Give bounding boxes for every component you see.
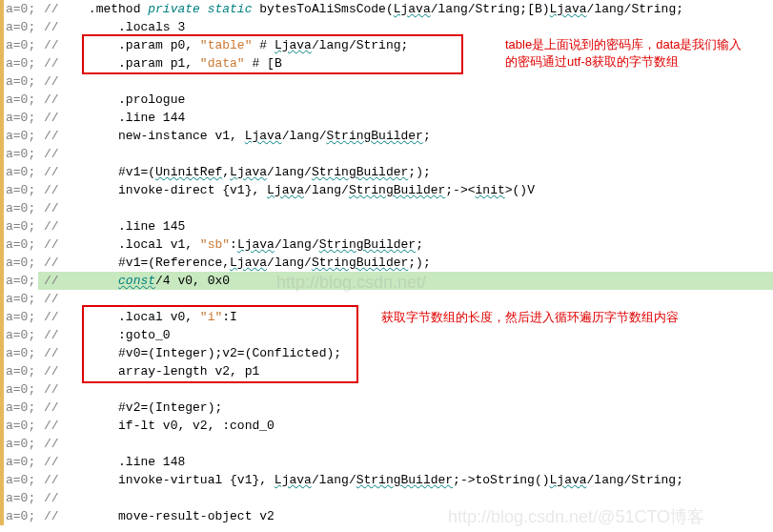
comment-prefix: //	[44, 111, 59, 125]
code-content[interactable]: // .local v0, "i":I	[38, 308, 237, 326]
code-content[interactable]: // :goto_0	[38, 326, 171, 344]
code-content[interactable]: // #v1=(Reference,Ljava/lang/StringBuild…	[38, 254, 431, 272]
gutter: a=0;	[0, 272, 38, 290]
gutter: a=0;	[0, 435, 38, 453]
code-line[interactable]: a=0;// .locals 3	[0, 18, 773, 36]
change-marker	[0, 18, 4, 36]
code-content[interactable]: // if-lt v0, v2, :cond_0	[38, 417, 275, 435]
code-line[interactable]: a=0;// invoke-direct {v1}, Ljava/lang/St…	[0, 181, 773, 199]
code-token: StringBuilder	[312, 165, 408, 179]
code-content[interactable]: //	[38, 380, 59, 399]
code-line[interactable]: a=0;// .line 145	[0, 217, 773, 235]
change-marker	[0, 109, 4, 127]
code-line[interactable]: a=0;// .local v1, "sb":Ljava/lang/String…	[0, 235, 773, 254]
code-line[interactable]: a=0;// array-length v2, p1	[0, 362, 773, 380]
code-token: ;->toString()	[453, 473, 549, 487]
code-content[interactable]: // array-length v2, p1	[38, 362, 259, 380]
code-line[interactable]: a=0;// const/4 v0, 0x0	[0, 272, 773, 290]
code-line[interactable]: a=0;// #v2=(Integer);	[0, 399, 773, 417]
code-line[interactable]: a=0;// move-result-object v2	[0, 507, 773, 525]
code-content[interactable]: // #v1=(UninitRef,Ljava/lang/StringBuild…	[38, 163, 431, 181]
code-content[interactable]: // #v0=(Integer);v2=(Conflicted);	[38, 344, 341, 362]
code-token: Ljava	[267, 183, 304, 197]
gutter-text: a=0;	[6, 127, 35, 145]
code-token: /4 v0, 0x0	[155, 274, 230, 288]
comment-prefix: //	[44, 219, 59, 234]
code-content[interactable]: // .local v1, "sb":Ljava/lang/StringBuil…	[38, 235, 423, 254]
code-token: StringBuilder	[312, 256, 408, 270]
gutter-text: a=0;	[6, 72, 35, 91]
code-line[interactable]: a=0;// invoke-virtual {v1}, Ljava/lang/S…	[0, 471, 773, 489]
code-line[interactable]: a=0;//	[0, 380, 773, 399]
comment-prefix: //	[44, 38, 59, 52]
gutter-text: a=0;	[6, 199, 35, 217]
code-line[interactable]: a=0;// :goto_0	[0, 326, 773, 344]
gutter-text: a=0;	[6, 181, 35, 199]
code-content[interactable]: // move-result-object v2	[38, 507, 275, 525]
comment-prefix: //	[44, 382, 59, 397]
code-content[interactable]: // invoke-virtual {v1}, Ljava/lang/Strin…	[38, 471, 683, 489]
comment-prefix: //	[44, 310, 59, 324]
code-line[interactable]: a=0;// if-lt v0, v2, :cond_0	[0, 417, 773, 435]
code-line[interactable]: a=0;//	[0, 145, 773, 163]
code-line[interactable]: a=0;// #v0=(Integer);v2=(Conflicted);	[0, 344, 773, 362]
code-line[interactable]: a=0;// #v1=(Reference,Ljava/lang/StringB…	[0, 254, 773, 272]
code-content[interactable]: // .param p0, "table" # Ljava/lang/Strin…	[38, 36, 408, 54]
code-token: StringBuilder	[349, 183, 445, 197]
code-content[interactable]: //	[38, 72, 59, 91]
comment-prefix: //	[44, 56, 59, 71]
code-line[interactable]: a=0;// .method private static bytesToAli…	[0, 0, 773, 18]
code-line[interactable]: a=0;//	[0, 199, 773, 217]
code-line[interactable]: a=0;// .line 148	[0, 453, 773, 471]
code-content[interactable]: //	[38, 290, 59, 308]
change-marker	[0, 344, 4, 362]
code-content[interactable]: // #v2=(Integer);	[38, 399, 222, 417]
code-content[interactable]: // .line 144	[38, 109, 185, 127]
code-line[interactable]: a=0;// .line 144	[0, 109, 773, 127]
code-content[interactable]: //	[38, 145, 59, 163]
gutter: a=0;	[0, 91, 38, 109]
code-content[interactable]: // .line 148	[38, 453, 185, 471]
code-line[interactable]: a=0;//	[0, 435, 773, 453]
comment-prefix: //	[44, 437, 59, 451]
change-marker	[0, 453, 4, 471]
gutter: a=0;	[0, 326, 38, 344]
code-line[interactable]: a=0;//	[0, 290, 773, 308]
change-marker	[0, 235, 4, 254]
gutter-text: a=0;	[6, 489, 35, 507]
change-marker	[0, 163, 4, 181]
code-content[interactable]: // .prologue	[38, 91, 185, 109]
code-line[interactable]: a=0;// new-instance v1, Ljava/lang/Strin…	[0, 127, 773, 145]
gutter: a=0;	[0, 54, 38, 72]
code-token: if-lt v0, v2, :cond_0	[118, 419, 275, 433]
code-content[interactable]: //	[38, 435, 59, 453]
code-line[interactable]: a=0;//	[0, 72, 773, 91]
code-content[interactable]: // const/4 v0, 0x0	[38, 272, 773, 290]
code-line[interactable]: a=0;// #v1=(UninitRef,Ljava/lang/StringB…	[0, 163, 773, 181]
code-content[interactable]: // .line 145	[38, 217, 185, 235]
gutter-text: a=0;	[6, 471, 35, 489]
code-token: invoke-direct {v1},	[118, 183, 267, 197]
gutter: a=0;	[0, 507, 38, 525]
comment-prefix: //	[44, 2, 59, 16]
code-content[interactable]: // new-instance v1, Ljava/lang/StringBui…	[38, 127, 431, 145]
code-content[interactable]: // .param p1, "data" # [B	[38, 54, 282, 72]
code-token: /lang/	[312, 473, 356, 487]
gutter-text: a=0;	[6, 308, 35, 326]
code-content[interactable]: // .locals 3	[38, 18, 185, 36]
gutter-text: a=0;	[6, 217, 35, 235]
comment-prefix: //	[44, 274, 59, 288]
code-content[interactable]: //	[38, 199, 59, 217]
comment-prefix: //	[44, 292, 59, 306]
code-token: .param p1,	[118, 56, 200, 71]
code-token: Ljava	[550, 2, 587, 16]
code-line[interactable]: a=0;// .prologue	[0, 91, 773, 109]
code-editor[interactable]: a=0;// .method private static bytesToAli…	[0, 0, 773, 525]
change-marker	[0, 272, 4, 290]
code-content[interactable]: //	[38, 489, 59, 507]
gutter-text: a=0;	[6, 380, 35, 399]
code-content[interactable]: // invoke-direct {v1}, Ljava/lang/String…	[38, 181, 535, 199]
gutter: a=0;	[0, 489, 38, 507]
code-line[interactable]: a=0;//	[0, 489, 773, 507]
code-content[interactable]: // .method private static bytesToAliSmsC…	[38, 0, 683, 18]
